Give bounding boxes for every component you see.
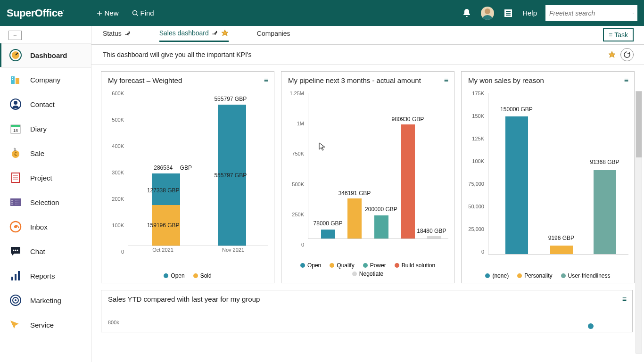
card-menu-icon[interactable]: ≡ — [264, 76, 268, 85]
tabs-row: Status Sales dashboard Companies ≡ Task — [91, 26, 644, 45]
scrollbar-thumb[interactable] — [636, 91, 642, 157]
card-pipeline: My pipeline next 3 months - actual amoun… — [281, 71, 454, 283]
sidebar-label: Project — [30, 174, 52, 182]
tab-sales-dashboard[interactable]: Sales dashboard — [159, 29, 229, 42]
svg-point-29 — [15, 299, 17, 301]
tab-status[interactable]: Status — [103, 30, 131, 41]
svg-point-30 — [588, 323, 594, 329]
pipeline-legend: Open Qualify Power Build solution Negoti… — [281, 262, 454, 277]
chat-icon — [8, 244, 23, 258]
inbox-icon — [8, 220, 23, 234]
sidebar: ← Dashboard Company Contact 18 Diary €$ … — [0, 26, 91, 362]
svg-point-22 — [15, 250, 17, 251]
sidebar-label: Diary — [30, 125, 47, 133]
bar-qualify[interactable] — [347, 198, 362, 239]
sidebar-item-selection[interactable]: Selection — [0, 190, 91, 214]
card-menu-icon[interactable]: ≡ — [622, 295, 627, 304]
svg-text:18: 18 — [13, 128, 18, 133]
sidebar-label: Company — [30, 76, 60, 84]
top-right: Help — [461, 5, 637, 21]
card-title: My won sales by reason — [462, 72, 634, 89]
service-icon — [8, 318, 23, 332]
collapse-sidebar-button[interactable]: ← — [8, 31, 22, 40]
svg-point-2 — [633, 13, 633, 13]
sidebar-label: Marketing — [30, 296, 61, 304]
sidebar-item-marketing[interactable]: Marketing — [0, 288, 91, 313]
svg-rect-8 — [12, 79, 13, 80]
search-input[interactable] — [549, 9, 633, 17]
marketing-icon — [8, 293, 23, 307]
tab-companies[interactable]: Companies — [257, 30, 290, 41]
sidebar-item-project[interactable]: Project — [0, 165, 91, 190]
sidebar-item-chat[interactable]: Chat — [0, 239, 91, 263]
diary-icon: 18 — [8, 122, 23, 136]
chart-point-icon — [587, 322, 594, 330]
svg-rect-26 — [18, 271, 20, 280]
svg-point-10 — [14, 101, 17, 105]
card-won-sales: My won sales by reason ≡ 175K150K125K100… — [461, 71, 635, 283]
forecast-chart: 600K500K400K300K200K100K0 286534 GBP 159… — [105, 90, 270, 255]
svg-rect-6 — [16, 78, 19, 84]
bar-build[interactable] — [401, 124, 415, 239]
bar-personality[interactable] — [550, 246, 573, 254]
star-icon[interactable] — [221, 29, 229, 37]
sidebar-item-inbox[interactable]: Inbox — [0, 214, 91, 239]
pin-icon — [212, 30, 218, 36]
new-button[interactable]: New — [97, 9, 118, 17]
dashboard-cards: My forecast – Weighted ≡ 600K500K400K300… — [91, 65, 644, 362]
svg-point-23 — [17, 250, 18, 251]
sidebar-item-service[interactable]: Service — [0, 313, 91, 337]
sidebar-label: Chat — [30, 247, 45, 255]
help-link[interactable]: Help — [522, 9, 537, 17]
svg-rect-17 — [12, 173, 19, 182]
sidebar-item-company[interactable]: Company — [0, 67, 91, 92]
dashboard-icon — [8, 48, 23, 62]
sidebar-item-contact[interactable]: Contact — [0, 92, 91, 116]
sidebar-label: Service — [30, 321, 54, 329]
card-forecast: My forecast – Weighted ≡ 600K500K400K300… — [101, 71, 274, 283]
svg-point-21 — [13, 250, 15, 251]
menu-icon[interactable] — [503, 8, 514, 19]
sidebar-item-reports[interactable]: Reports — [0, 263, 91, 288]
svg-text:€: € — [14, 152, 17, 157]
find-button[interactable]: Find — [132, 9, 154, 17]
bar-negotiate[interactable] — [427, 236, 441, 239]
won-legend: (none) Personality User-friendliness — [462, 272, 634, 279]
won-chart: 175K150K125K100K75,00050,00025,0000 1500… — [465, 90, 630, 255]
bar-open[interactable] — [321, 230, 335, 239]
sidebar-label: Reports — [30, 272, 55, 280]
forecast-legend: Open Sold — [101, 272, 274, 279]
contact-icon — [8, 97, 23, 111]
favorite-star-icon[interactable] — [608, 51, 616, 58]
svg-text:$: $ — [14, 147, 16, 152]
sidebar-label: Sale — [30, 149, 44, 157]
sidebar-item-sale[interactable]: €$ Sale — [0, 141, 91, 165]
svg-rect-12 — [11, 125, 20, 127]
description-text: This dashboard will give you all the imp… — [103, 51, 252, 58]
sidebar-item-dashboard[interactable]: Dashboard — [0, 43, 91, 67]
description-row: This dashboard will give you all the imp… — [91, 45, 644, 65]
bar-power[interactable] — [374, 215, 388, 239]
topbar: SuperOffice. New Find Help — [0, 0, 644, 26]
pipeline-chart: 1.25M1M750K500K250K0 78000 GBP 346191 GB… — [285, 90, 450, 247]
main-content: Status Sales dashboard Companies ≡ Task … — [91, 26, 644, 362]
sidebar-label: Dashboard — [30, 51, 67, 59]
search-icon[interactable] — [633, 8, 634, 18]
bar-userfriendly[interactable] — [594, 170, 616, 254]
sidebar-item-diary[interactable]: 18 Diary — [0, 116, 91, 141]
task-button[interactable]: ≡ Task — [603, 28, 634, 41]
logo: SuperOffice. — [7, 7, 64, 19]
bar-none[interactable] — [505, 116, 528, 254]
bell-icon[interactable] — [461, 8, 472, 19]
avatar[interactable] — [481, 7, 494, 20]
sidebar-label: Selection — [30, 198, 59, 206]
reports-icon — [8, 269, 23, 283]
top-actions: New Find — [97, 9, 154, 17]
card-ytd: Sales YTD compared with last year for my… — [101, 290, 633, 332]
refresh-button[interactable] — [620, 48, 634, 61]
search-box[interactable] — [545, 5, 637, 21]
scrollbar[interactable] — [636, 91, 642, 354]
card-menu-icon[interactable]: ≡ — [444, 76, 448, 85]
svg-point-0 — [132, 10, 137, 15]
card-menu-icon[interactable]: ≡ — [624, 76, 628, 85]
